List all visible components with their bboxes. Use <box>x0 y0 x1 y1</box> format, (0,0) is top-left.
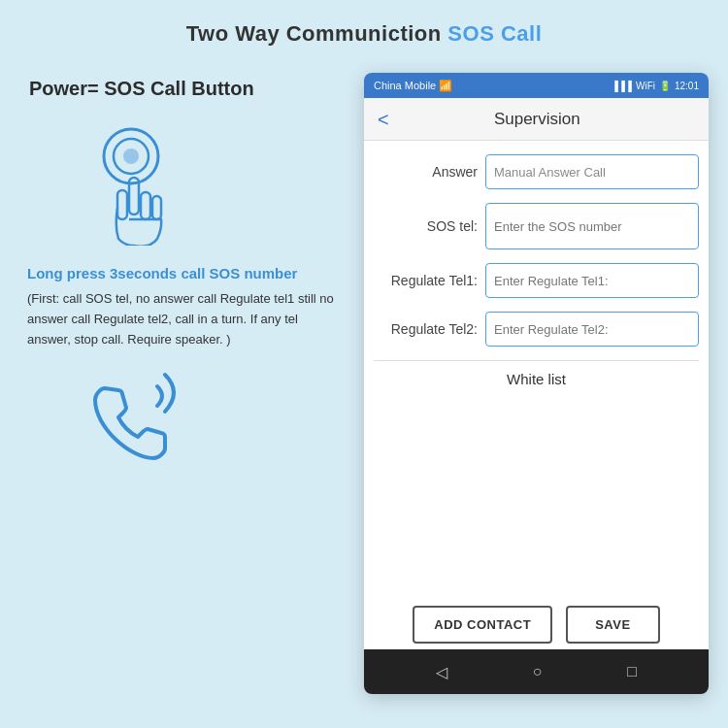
save-button[interactable]: SAVE <box>566 606 659 644</box>
battery-icon: 🔋 <box>659 81 671 91</box>
answer-input[interactable] <box>485 154 699 189</box>
white-list-section: White list <box>374 360 699 397</box>
finger-press-icon <box>78 119 340 246</box>
status-bar-carrier: China Mobile 📶 <box>374 80 452 92</box>
page-title: Two Way Communiction SOS Call <box>0 0 728 47</box>
phone-call-icon <box>78 369 340 476</box>
sos-tel-input[interactable] <box>485 203 699 249</box>
title-highlight: SOS Call <box>447 21 542 46</box>
svg-rect-4 <box>117 190 127 219</box>
sos-tel-label: SOS tel: <box>374 218 485 234</box>
description-text: (First: call SOS tel, no answer call Reg… <box>27 289 340 349</box>
svg-point-2 <box>123 149 139 164</box>
bottom-buttons: ADD CONTACT SAVE <box>364 606 709 644</box>
white-list-label: White list <box>374 371 699 387</box>
answer-row: Answer <box>374 154 699 189</box>
title-text: Two Way Communiction <box>186 21 448 46</box>
status-bar-right: ▐▐▐ WiFi 🔋 12:01 <box>612 81 699 91</box>
svg-rect-5 <box>141 192 150 219</box>
phone-mockup: China Mobile 📶 ▐▐▐ WiFi 🔋 12:01 < Superv… <box>364 73 709 694</box>
carrier-icon: 📶 <box>439 80 452 92</box>
back-nav-icon[interactable]: ◁ <box>436 663 447 681</box>
form-area: Answer SOS tel: Regulate Tel1: Regulate … <box>364 141 709 407</box>
header-title: Supervision <box>399 110 695 129</box>
wifi-icon: WiFi <box>636 81 655 91</box>
carrier-name: China Mobile <box>374 80 436 91</box>
android-navbar: ◁ ○ □ <box>364 649 709 694</box>
home-nav-icon[interactable]: ○ <box>533 663 543 680</box>
sos-tel-row: SOS tel: <box>374 203 699 249</box>
regulate-tel1-label: Regulate Tel1: <box>374 273 485 288</box>
answer-label: Answer <box>374 164 485 180</box>
status-bar: China Mobile 📶 ▐▐▐ WiFi 🔋 12:01 <box>364 73 709 98</box>
regulate-tel1-row: Regulate Tel1: <box>374 263 699 298</box>
app-header: < Supervision <box>364 98 709 141</box>
regulate-tel2-label: Regulate Tel2: <box>374 321 485 337</box>
regulate-tel2-row: Regulate Tel2: <box>374 312 699 347</box>
back-button[interactable]: < <box>378 110 389 129</box>
regulate-tel2-input[interactable] <box>485 312 699 347</box>
left-panel: Power= SOS Call Button Long press 3sec <box>19 78 340 476</box>
add-contact-button[interactable]: ADD CONTACT <box>413 606 552 644</box>
long-press-label: Long press 3seconds call SOS number <box>27 265 340 281</box>
description-content: (First: call SOS tel, no answer call Reg… <box>27 291 334 347</box>
regulate-tel1-input[interactable] <box>485 263 699 298</box>
svg-rect-6 <box>152 196 161 219</box>
time-display: 12:01 <box>675 81 699 91</box>
signal-icon: ▐▐▐ <box>612 81 632 91</box>
power-label: Power= SOS Call Button <box>29 78 340 100</box>
recent-nav-icon[interactable]: □ <box>627 663 637 680</box>
